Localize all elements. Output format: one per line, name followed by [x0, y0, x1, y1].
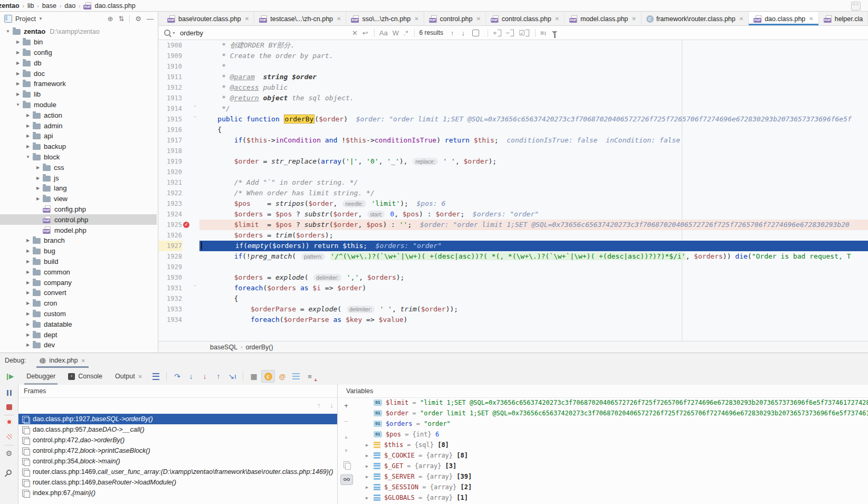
line-number[interactable]: 1929	[159, 262, 182, 272]
fold-slot[interactable]	[190, 209, 199, 220]
code-line-content[interactable]: public function orderBy($order) $order: …	[199, 114, 868, 125]
tree-row-doc[interactable]: ▶doc	[0, 68, 157, 79]
fold-slot[interactable]: ˆ	[190, 103, 199, 114]
chevron-right-icon[interactable]: ▶	[13, 71, 23, 76]
chevron-right-icon[interactable]: ▶	[23, 270, 33, 274]
debug-session-tab[interactable]: index.php ✕	[36, 353, 89, 368]
tree-row-model.php[interactable]: model.php	[0, 225, 157, 235]
variable-row[interactable]: ▶$this = {sql} [8]	[353, 440, 868, 450]
layout-settings-icon[interactable]	[149, 370, 162, 382]
code-line-1933[interactable]: 1933 $orderParse = explode( delimiter: '…	[159, 304, 868, 315]
code-line-content[interactable]: $orders = trim($orders);	[199, 230, 868, 241]
line-number[interactable]: 1932	[159, 293, 182, 304]
code-line-1917[interactable]: 1917 if($this->inCondition and !$this->c…	[159, 135, 868, 146]
editor-tab[interactable]: model.class.php✕	[565, 12, 642, 25]
code-line-content[interactable]: * @return object the sql object.	[199, 93, 868, 103]
breakpoint-icon[interactable]	[183, 222, 189, 228]
next-frame-icon[interactable]: ↓	[330, 401, 333, 410]
chevron-right-icon[interactable]: ▶	[13, 40, 23, 44]
fold-slot[interactable]	[190, 304, 199, 315]
variable-row[interactable]: ▶$_GET = {array} [3]	[353, 461, 868, 471]
chevron-right-icon[interactable]: ▶	[366, 453, 374, 458]
close-icon[interactable]: ✕	[81, 358, 85, 364]
code-line-1923[interactable]: 1923 $pos = stripos($order, needle: 'lim…	[159, 198, 868, 209]
force-step-into-icon[interactable]: ↓	[198, 370, 211, 382]
tab-close-icon[interactable]: ✕	[476, 16, 480, 22]
frame-row[interactable]: control.php:354, block->main()	[18, 456, 337, 467]
line-number[interactable]: 1934	[159, 315, 182, 325]
chevron-right-icon[interactable]: ▶	[13, 92, 23, 97]
chevron-down-icon[interactable]: ▼	[23, 155, 33, 159]
mute-breakpoints-icon[interactable]	[5, 432, 13, 441]
code-line-content[interactable]: $orders = $pos ? substr($order, start: 0…	[199, 209, 868, 220]
chevron-right-icon[interactable]: ▶	[23, 134, 33, 138]
filter-lines-icon[interactable]: ≡ı	[540, 29, 546, 37]
tree-row-framework[interactable]: ▶framework	[0, 79, 157, 89]
chevron-right-icon[interactable]: ▶	[23, 259, 33, 264]
fold-slot[interactable]	[190, 177, 199, 188]
chevron-right-icon[interactable]: ▶	[33, 186, 43, 191]
code-line-1913[interactable]: 1913 * @return object the sql object.	[159, 93, 868, 103]
code-line-1924[interactable]: 1924 $orders = $pos ? substr($order, sta…	[159, 209, 868, 220]
search-options-chevron-icon[interactable]: ▼	[172, 31, 176, 35]
line-number[interactable]: 1908	[159, 40, 182, 51]
gutter-slot[interactable]	[182, 146, 190, 156]
gutter-slot[interactable]	[182, 198, 190, 209]
collapse-all-icon[interactable]: ⇅	[118, 15, 124, 23]
frame-row[interactable]: index.php:67, {main}()	[18, 488, 337, 498]
fold-slot[interactable]	[190, 167, 199, 177]
line-number[interactable]: 1931	[159, 283, 182, 293]
fold-slot[interactable]	[190, 93, 199, 103]
gutter-slot[interactable]	[182, 156, 190, 167]
chevron-right-icon[interactable]: ▶	[13, 50, 23, 55]
line-number[interactable]: 1925	[159, 220, 182, 230]
line-number[interactable]: 1926	[159, 230, 182, 241]
frame-row[interactable]: router.class.php:1469, call_user_func_ar…	[18, 467, 337, 477]
tree-row-build[interactable]: ▶build	[0, 256, 157, 267]
code-line-content[interactable]: {	[199, 125, 868, 135]
project-panel-title[interactable]: Project	[15, 15, 36, 23]
search-filter-icon[interactable]	[552, 31, 557, 34]
chevron-right-icon[interactable]: ▶	[23, 290, 33, 295]
chevron-right-icon[interactable]: ▶	[23, 238, 33, 243]
search-input[interactable]: orderby	[180, 29, 212, 37]
line-number[interactable]: 1913	[159, 93, 182, 103]
chevron-right-icon[interactable]: ▶	[23, 343, 33, 347]
code-line-content[interactable]: /* Add "`" in order string. */	[199, 177, 868, 188]
gutter-slot[interactable]	[182, 262, 190, 272]
gutter-slot[interactable]	[182, 93, 190, 103]
copy-icon[interactable]	[341, 460, 351, 469]
line-number[interactable]: 1910	[159, 61, 182, 72]
code-line-content[interactable]: * @param string $order	[199, 72, 868, 82]
gutter-slot[interactable]	[182, 230, 190, 241]
gutter-slot[interactable]	[182, 283, 190, 293]
code-line-1920[interactable]: 1920	[159, 167, 868, 177]
gutter-slot[interactable]	[182, 188, 190, 198]
step-out-icon[interactable]: ↑	[212, 370, 225, 382]
chevron-right-icon[interactable]: ▶	[23, 301, 33, 306]
code-line-1928[interactable]: 1928 if(!preg_match( pattern: '/^(\w+\.)…	[159, 251, 868, 262]
tree-row-backup[interactable]: ▶backup	[0, 141, 157, 152]
tree-row-custom[interactable]: ▶custom	[0, 309, 157, 319]
breadcrumb-item[interactable]: dao	[64, 2, 75, 9]
select-all-occurrences-icon[interactable]: ☑	[519, 29, 529, 37]
stop-icon[interactable]	[5, 403, 13, 411]
chevron-right-icon[interactable]: ▶	[23, 249, 33, 253]
fold-slot[interactable]	[190, 241, 199, 251]
line-number[interactable]: 1927	[159, 241, 182, 251]
chevron-right-icon[interactable]: ▶	[13, 61, 23, 65]
code-line-content[interactable]: $orders = explode( delimiter: ',', $orde…	[199, 272, 868, 283]
code-line-content[interactable]: */	[199, 103, 868, 114]
code-line-content[interactable]: * 创建ORDER BY部分.	[199, 40, 868, 51]
code-line-content[interactable]: *	[199, 61, 868, 72]
fold-slot[interactable]	[190, 315, 199, 325]
code-line-1921[interactable]: 1921 /* Add "`" in order string. */	[159, 177, 868, 188]
tab-console[interactable]: ›Console	[62, 368, 109, 385]
code-line-1929[interactable]: 1929	[159, 262, 868, 272]
fold-slot[interactable]	[190, 251, 199, 262]
gutter-slot[interactable]	[182, 40, 190, 51]
tree-row-zentao[interactable]: ▼zentaoD:\xampp\zentao	[0, 26, 157, 37]
tree-row-block[interactable]: ▼block	[0, 152, 157, 163]
tab-close-icon[interactable]: ✕	[739, 16, 743, 22]
line-number[interactable]: 1912	[159, 82, 182, 93]
